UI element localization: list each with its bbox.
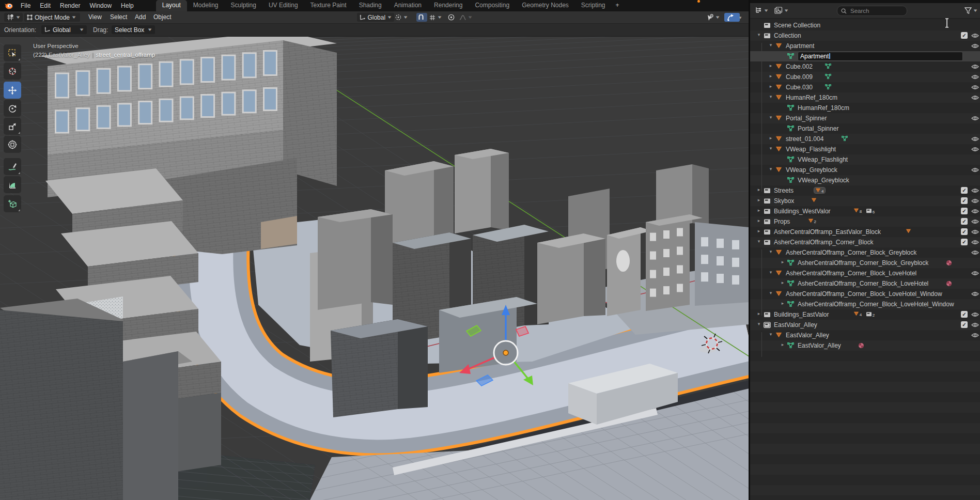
collection-checkbox[interactable]: ✓ — [961, 218, 968, 225]
hide-eye-icon[interactable] — [971, 198, 979, 204]
collapse-arrow-icon[interactable]: ▾ — [767, 146, 774, 151]
hide-eye-icon[interactable] — [971, 95, 979, 100]
expand-arrow-icon[interactable]: ▸ — [755, 228, 763, 233]
hide-eye-icon[interactable] — [971, 147, 979, 152]
workspace-tab-geometry-nodes[interactable]: Geometry Nodes — [516, 0, 575, 11]
workspace-tab-scripting[interactable]: Scripting — [575, 0, 612, 11]
workspace-tab-animation[interactable]: Animation — [388, 0, 428, 11]
viewport-menu-add[interactable]: Add — [134, 11, 147, 23]
collection-checkbox[interactable]: ✓ — [961, 197, 968, 204]
collection-checkbox[interactable]: ✓ — [961, 239, 968, 245]
workspace-tab-modeling[interactable]: Modeling — [187, 0, 225, 11]
menu-window[interactable]: Window — [85, 0, 116, 11]
mode-dropdown[interactable]: Object Mode ▼ — [24, 13, 80, 22]
outliner-row-vweap-greyblock[interactable]: ▾VWeap_Greyblock — [750, 165, 980, 175]
viewport-menu-select[interactable]: Select — [109, 11, 128, 23]
hide-eye-icon[interactable] — [971, 333, 979, 338]
collapse-arrow-icon[interactable]: ▾ — [767, 290, 774, 295]
outliner-row-ashercentralofframp-corner-block-lovehotel[interactable]: ▾AsherCentralOfframp_Corner_Block_LoveHo… — [750, 268, 980, 278]
hide-eye-icon[interactable] — [971, 188, 979, 193]
rename-field[interactable]: Apartment — [798, 52, 963, 61]
hide-eye-icon[interactable] — [971, 85, 979, 90]
outliner-row-collection[interactable]: ▾Collection✓ — [750, 30, 980, 41]
outliner-row-ashercentralofframp-corner-block[interactable]: ▾AsherCentralOfframp_Corner_Block✓ — [750, 237, 980, 247]
hide-eye-icon[interactable] — [971, 219, 979, 224]
outliner-row-eastvalor-alley[interactable]: ▾EastValor_Alley — [750, 330, 980, 340]
collapse-arrow-icon[interactable]: ▾ — [767, 42, 774, 48]
blender-logo-icon[interactable] — [4, 2, 13, 9]
menu-render[interactable]: Render — [55, 0, 85, 11]
tool-measure[interactable] — [4, 176, 21, 193]
hide-eye-icon[interactable] — [971, 209, 979, 214]
expand-arrow-icon[interactable]: ▸ — [755, 197, 763, 202]
tool-cursor[interactable] — [4, 62, 21, 80]
hide-eye-icon[interactable] — [971, 322, 979, 327]
viewport-menu-view[interactable]: View — [87, 11, 103, 23]
tool-rotate[interactable] — [4, 100, 21, 117]
workspace-tab-sculpting[interactable]: Sculpting — [225, 0, 262, 11]
filter-collection-dropdown[interactable]: ▼ — [773, 5, 790, 15]
outliner-row-ashercentralofframp-eastvalor-block[interactable]: ▸AsherCentralOfframp_EastValor_Block✓ — [750, 227, 980, 237]
expand-arrow-icon[interactable]: ▸ — [767, 73, 774, 79]
hide-eye-icon[interactable] — [971, 250, 979, 255]
hide-eye-icon[interactable] — [971, 116, 979, 121]
outliner-row-ashercentralofframp-corner-block-greyblock[interactable]: ▸AsherCentralOfframp_Corner_Block_Greybl… — [750, 258, 980, 268]
expand-arrow-icon[interactable]: ▸ — [755, 208, 763, 213]
hide-eye-icon[interactable] — [971, 291, 979, 296]
expand-arrow-icon[interactable]: ▸ — [779, 301, 786, 306]
collection-checkbox[interactable]: ✓ — [961, 228, 968, 235]
outliner-row-apartment[interactable]: ▾Apartment — [750, 41, 980, 51]
hide-eye-icon[interactable] — [971, 312, 979, 317]
workspace-tab-texture-paint[interactable]: Texture Paint — [304, 0, 353, 11]
outliner-row-cube-030[interactable]: ▸Cube.030 — [750, 82, 980, 92]
snap-toggle[interactable] — [416, 13, 427, 22]
collapse-arrow-icon[interactable]: ▾ — [767, 94, 774, 99]
outliner-row-humanref-180cm[interactable]: HumanRef_180cm — [750, 103, 980, 113]
collection-checkbox[interactable]: ✓ — [961, 311, 968, 318]
tool-transform[interactable] — [4, 136, 21, 153]
viewport-menu-object[interactable]: Object — [152, 11, 173, 23]
outliner-row-buildings-westvalor[interactable]: ▸Buildings_WestValor86✓ — [750, 206, 980, 216]
outliner-row-streets[interactable]: ▸Streets4✓ — [750, 185, 980, 196]
collapse-arrow-icon[interactable]: ▾ — [767, 270, 774, 275]
hide-eye-icon[interactable] — [971, 167, 979, 173]
search-input[interactable] — [849, 7, 893, 14]
collapse-arrow-icon[interactable]: ▾ — [767, 332, 774, 337]
menu-file[interactable]: File — [16, 0, 35, 11]
hide-eye-icon[interactable] — [971, 240, 979, 245]
filter-dropdown[interactable]: ▼ — [963, 5, 979, 15]
hide-eye-icon[interactable] — [971, 33, 979, 38]
tool-select-box[interactable] — [4, 44, 21, 61]
collapse-arrow-icon[interactable]: ▾ — [755, 32, 763, 37]
tool-scale[interactable] — [4, 118, 21, 135]
collapse-arrow-icon[interactable]: ▾ — [755, 321, 763, 326]
outliner-row-cube-009[interactable]: ▸Cube.009 — [750, 72, 980, 82]
viewport-3d-scene[interactable] — [0, 0, 749, 500]
collection-checkbox[interactable]: ✓ — [961, 187, 968, 194]
collapse-arrow-icon[interactable]: ▾ — [767, 249, 774, 254]
workspace-tab-uv-editing[interactable]: UV Editing — [262, 0, 304, 11]
expand-arrow-icon[interactable]: ▸ — [755, 218, 763, 223]
expand-arrow-icon[interactable]: ▸ — [779, 280, 786, 285]
falloff-dropdown[interactable]: ▼ — [457, 13, 476, 22]
workspace-tab-layout[interactable]: Layout — [156, 0, 187, 11]
orientation-dropdown[interactable]: Global ▼ — [41, 25, 87, 34]
editor-type-button[interactable]: ▼ — [4, 13, 23, 22]
expand-arrow-icon[interactable]: ▸ — [767, 63, 774, 68]
expand-arrow-icon[interactable]: ▸ — [779, 342, 786, 347]
workspace-tab-rendering[interactable]: Rendering — [428, 0, 469, 11]
pivot-point-dropdown[interactable]: ▼ — [393, 13, 410, 22]
workspace-tab-compositing[interactable]: Compositing — [469, 0, 516, 11]
outliner-row-portal-spinner[interactable]: Portal_Spinner — [750, 123, 980, 134]
hide-eye-icon[interactable] — [971, 229, 979, 235]
hide-eye-icon[interactable] — [971, 136, 979, 142]
outliner-row-street-01-004[interactable]: ▸street_01.004 — [750, 134, 980, 144]
outliner-row-props[interactable]: ▸Props2✓ — [750, 216, 980, 227]
outliner-row-portal-spinner[interactable]: ▾Portal_Spinner — [750, 113, 980, 123]
collection-checkbox[interactable]: ✓ — [961, 32, 968, 39]
menu-edit[interactable]: Edit — [35, 0, 55, 11]
outliner-row-eastvalor-alley[interactable]: ▸EastValor_Alley — [750, 340, 980, 351]
tool-move[interactable] — [4, 82, 21, 99]
tool-add-cube[interactable] — [4, 195, 21, 212]
hide-eye-icon[interactable] — [971, 64, 979, 69]
